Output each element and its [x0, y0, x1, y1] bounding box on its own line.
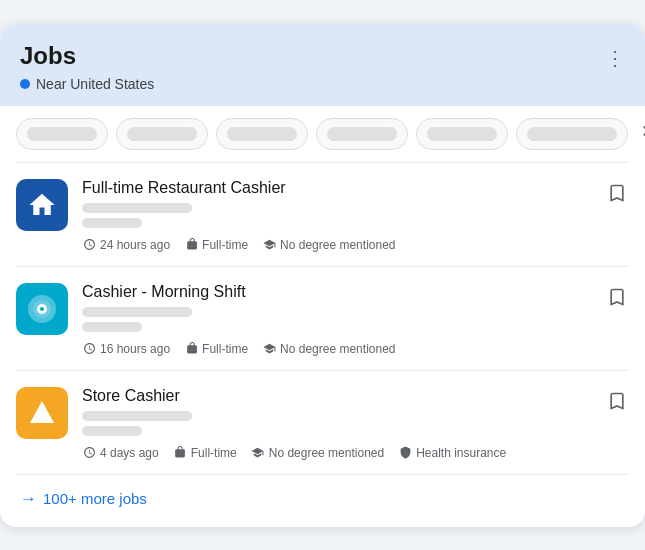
job-location-placeholder-2: [82, 322, 142, 332]
job-logo-3: [16, 387, 68, 439]
job-time-1: 24 hours ago: [82, 238, 170, 252]
page-title: Jobs: [20, 42, 625, 70]
shield-icon-3: [398, 446, 412, 460]
job-info-2: Cashier - Morning Shift 16 hours ago Ful…: [82, 283, 629, 356]
job-location-placeholder-3: [82, 426, 142, 436]
job-location-placeholder-1: [82, 218, 142, 228]
filter-next-button[interactable]: [636, 121, 645, 146]
bookmark-button-3[interactable]: [603, 387, 631, 418]
degree-icon-2: [262, 342, 276, 356]
job-meta-1: 24 hours ago Full-time No degree mention…: [82, 238, 629, 252]
job-type-1: Full-time: [184, 238, 248, 252]
job-title-3: Store Cashier: [82, 387, 629, 405]
job-time-2: 16 hours ago: [82, 342, 170, 356]
job-logo-2: [16, 283, 68, 335]
job-company-placeholder-2: [82, 307, 192, 317]
more-jobs-link[interactable]: → 100+ more jobs: [20, 489, 147, 509]
job-title-2: Cashier - Morning Shift: [82, 283, 629, 301]
degree-icon-1: [262, 238, 276, 252]
job-company-placeholder-1: [82, 203, 192, 213]
svg-point-3: [40, 307, 44, 311]
bookmark-button-2[interactable]: [603, 283, 631, 314]
job-title-1: Full-time Restaurant Cashier: [82, 179, 629, 197]
job-meta-3: 4 days ago Full-time No degree mentioned: [82, 446, 629, 460]
filter-row: [0, 106, 645, 162]
job-item-2[interactable]: Cashier - Morning Shift 16 hours ago Ful…: [0, 267, 645, 370]
header: Jobs Near United States ⋮: [0, 24, 645, 106]
job-company-placeholder-3: [82, 411, 192, 421]
job-type-3: Full-time: [173, 446, 237, 460]
briefcase-icon-3: [173, 446, 187, 460]
job-degree-1: No degree mentioned: [262, 238, 395, 252]
jobs-card: Jobs Near United States ⋮ Full-time Rest…: [0, 24, 645, 527]
location-dot-icon: [20, 79, 30, 89]
bookmark-button-1[interactable]: [603, 179, 631, 210]
more-jobs-label: 100+ more jobs: [43, 490, 147, 507]
location-row: Near United States: [20, 76, 625, 92]
job-item-1[interactable]: Full-time Restaurant Cashier 24 hours ag…: [0, 163, 645, 266]
clock-icon-3: [82, 446, 96, 460]
clock-icon-1: [82, 238, 96, 252]
clock-icon-2: [82, 342, 96, 356]
job-insurance-3: Health insurance: [398, 446, 506, 460]
more-options-button[interactable]: ⋮: [601, 42, 629, 74]
job-degree-2: No degree mentioned: [262, 342, 395, 356]
job-logo-1: [16, 179, 68, 231]
job-item-3[interactable]: Store Cashier 4 days ago Full-time: [0, 371, 645, 474]
filter-chip-6[interactable]: [516, 118, 628, 150]
job-type-2: Full-time: [184, 342, 248, 356]
filter-chip-4[interactable]: [316, 118, 408, 150]
filter-chip-1[interactable]: [16, 118, 108, 150]
filter-chip-2[interactable]: [116, 118, 208, 150]
job-info-3: Store Cashier 4 days ago Full-time: [82, 387, 629, 460]
more-jobs-arrow: →: [20, 489, 37, 509]
location-text: Near United States: [36, 76, 154, 92]
filter-chip-5[interactable]: [416, 118, 508, 150]
degree-icon-3: [251, 446, 265, 460]
job-time-3: 4 days ago: [82, 446, 159, 460]
job-degree-3: No degree mentioned: [251, 446, 384, 460]
briefcase-icon-2: [184, 342, 198, 356]
svg-marker-4: [30, 401, 54, 423]
briefcase-icon-1: [184, 238, 198, 252]
more-jobs-row: → 100+ more jobs: [0, 475, 645, 527]
job-meta-2: 16 hours ago Full-time No degree mention…: [82, 342, 629, 356]
job-info-1: Full-time Restaurant Cashier 24 hours ag…: [82, 179, 629, 252]
filter-chip-3[interactable]: [216, 118, 308, 150]
